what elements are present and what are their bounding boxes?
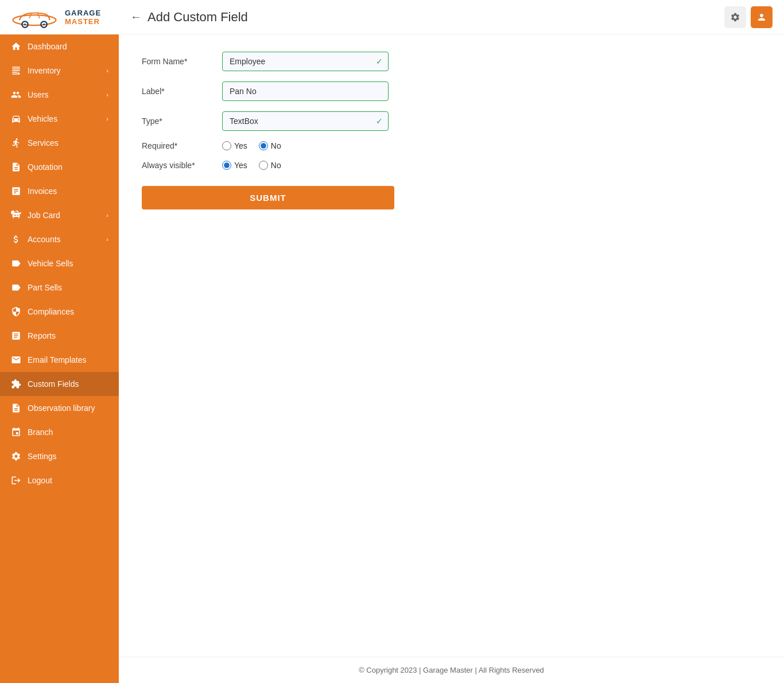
back-button[interactable]: ← (130, 10, 142, 24)
accounts-arrow: › (106, 236, 108, 243)
sidebar-item-settings[interactable]: Settings (0, 444, 119, 468)
sidebar-item-branch[interactable]: Branch (0, 420, 119, 444)
required-yes-label[interactable]: Yes (222, 141, 247, 150)
type-group: Type* TextBox Dropdown Checkbox ✓ (142, 111, 761, 131)
form-content: Form Name* Employee Vehicle Customer ✓ L… (119, 34, 784, 657)
form-name-group: Form Name* Employee Vehicle Customer ✓ (142, 52, 761, 71)
form-name-select-wrapper: Employee Vehicle Customer ✓ (222, 52, 389, 71)
jobcard-icon (10, 209, 22, 221)
required-no-text: No (271, 141, 281, 150)
required-no-label[interactable]: No (259, 141, 281, 150)
sidebar-item-inventory[interactable]: Inventory › (0, 59, 119, 83)
email-icon (10, 354, 22, 366)
always-visible-group: Always visible* Yes No (142, 161, 761, 170)
logout-icon (10, 475, 22, 486)
required-group: Required* Yes No (142, 141, 761, 150)
invoices-icon (10, 185, 22, 197)
inventory-icon (10, 65, 22, 76)
logo-master: MASTER (65, 17, 101, 26)
settings-icon (10, 451, 22, 462)
branch-icon (10, 426, 22, 438)
sidebar: GARAGE MASTER Dashboard Inventory › User… (0, 0, 119, 683)
sidebar-item-accounts[interactable]: Accounts › (0, 227, 119, 251)
type-select[interactable]: TextBox Dropdown Checkbox (222, 111, 389, 131)
sidebar-item-users[interactable]: Users › (0, 83, 119, 107)
quotation-icon (10, 161, 22, 173)
logo-text: GARAGE MASTER (65, 9, 101, 26)
sidebar-item-invoices[interactable]: Invoices (0, 179, 119, 203)
always-visible-no-label[interactable]: No (259, 161, 281, 170)
label-label: Label* (142, 87, 222, 96)
form-name-label: Form Name* (142, 57, 222, 66)
always-visible-no-radio[interactable] (259, 161, 268, 170)
page-title: Add Custom Field (148, 10, 248, 25)
always-visible-no-text: No (271, 161, 281, 170)
settings-button[interactable] (724, 6, 746, 28)
label-input[interactable] (222, 82, 389, 101)
logo-area: GARAGE MASTER (0, 0, 119, 34)
required-radio-group: Yes No (222, 141, 281, 150)
always-visible-yes-text: Yes (234, 161, 247, 170)
topbar: ← Add Custom Field (119, 0, 784, 34)
label-group: Label* (142, 82, 761, 101)
footer-text: © Copyright 2023 | Garage Master | All R… (359, 666, 544, 674)
home-icon (10, 41, 22, 52)
main-content: ← Add Custom Field Form Name* Employee V… (119, 0, 784, 683)
sidebar-item-email-templates[interactable]: Email Templates (0, 348, 119, 372)
always-visible-radio-group: Yes No (222, 161, 281, 170)
services-icon (10, 137, 22, 149)
puzzle-icon (10, 378, 22, 390)
inventory-arrow: › (106, 67, 108, 74)
sidebar-item-job-card[interactable]: Job Card › (0, 203, 119, 227)
svg-line-5 (29, 13, 32, 18)
vehicles-icon (10, 113, 22, 125)
form-name-select[interactable]: Employee Vehicle Customer (222, 52, 389, 71)
user-profile-button[interactable] (751, 6, 773, 28)
sidebar-item-observation-library[interactable]: Observation library (0, 396, 119, 420)
sidebar-item-vehicle-sells[interactable]: Vehicle Sells (0, 251, 119, 275)
sidebar-item-custom-fields[interactable]: Custom Fields (0, 372, 119, 396)
footer: © Copyright 2023 | Garage Master | All R… (119, 657, 784, 683)
always-visible-label: Always visible* (142, 161, 222, 170)
observation-icon (10, 402, 22, 414)
page-title-area: ← Add Custom Field (130, 10, 248, 25)
required-yes-text: Yes (234, 141, 247, 150)
accounts-icon (10, 234, 22, 245)
sidebar-item-logout[interactable]: Logout (0, 468, 119, 492)
svg-point-4 (43, 24, 45, 25)
logo-garage: GARAGE (65, 9, 101, 17)
always-visible-yes-label[interactable]: Yes (222, 161, 247, 170)
required-no-radio[interactable] (259, 141, 268, 150)
sidebar-item-reports[interactable]: Reports (0, 324, 119, 348)
partsells-icon (10, 282, 22, 293)
required-yes-radio[interactable] (222, 141, 231, 150)
users-arrow: › (106, 91, 108, 98)
svg-point-2 (24, 24, 26, 25)
users-icon (10, 89, 22, 100)
vehiclesells-icon (10, 258, 22, 269)
submit-wrapper: SUBMIT (142, 180, 761, 209)
submit-button[interactable]: SUBMIT (142, 186, 394, 209)
reports-icon (10, 330, 22, 342)
sidebar-item-part-sells[interactable]: Part Sells (0, 275, 119, 300)
type-label: Type* (142, 117, 222, 126)
vehicles-arrow: › (106, 115, 108, 122)
jobcard-arrow: › (106, 212, 108, 219)
sidebar-item-services[interactable]: Services (0, 131, 119, 155)
sidebar-item-quotation[interactable]: Quotation (0, 155, 119, 179)
topbar-icons (724, 6, 773, 28)
compliances-icon (10, 306, 22, 317)
sidebar-item-compliances[interactable]: Compliances (0, 300, 119, 324)
required-label: Required* (142, 141, 222, 150)
always-visible-yes-radio[interactable] (222, 161, 231, 170)
type-select-wrapper: TextBox Dropdown Checkbox ✓ (222, 111, 389, 131)
sidebar-item-dashboard[interactable]: Dashboard (0, 34, 119, 59)
sidebar-item-vehicles[interactable]: Vehicles › (0, 107, 119, 131)
